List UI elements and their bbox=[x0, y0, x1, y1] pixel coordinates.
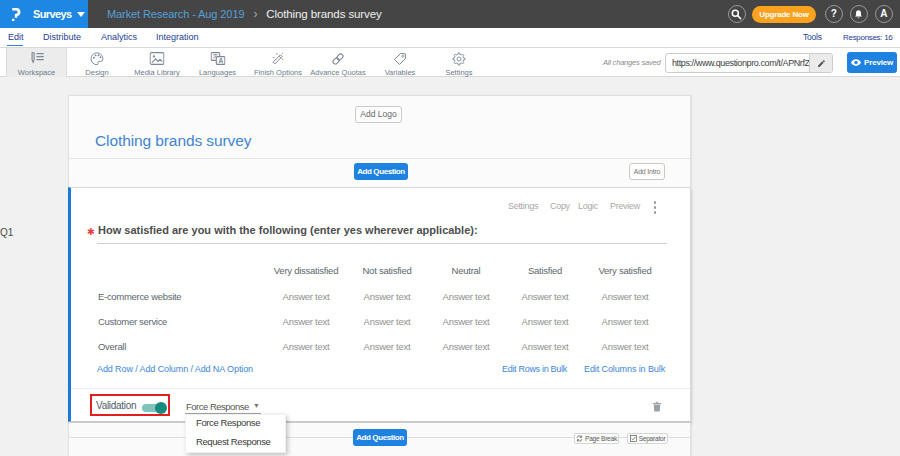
svg-text:A: A bbox=[218, 57, 223, 64]
